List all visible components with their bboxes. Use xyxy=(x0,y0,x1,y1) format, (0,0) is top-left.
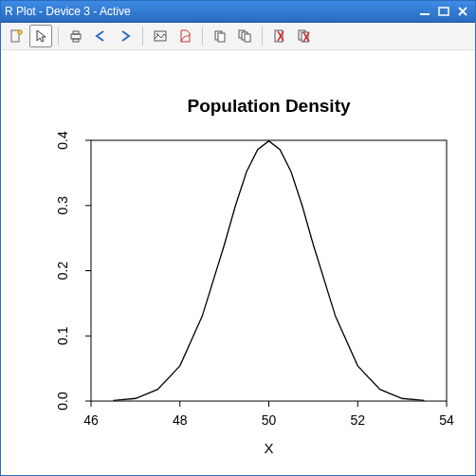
chart-frame xyxy=(91,140,447,401)
export-pdf-icon[interactable] xyxy=(174,25,196,47)
y-tick-label: 0.3 xyxy=(55,196,70,215)
chart-title: Population Density xyxy=(187,96,351,116)
titlebar[interactable]: R Plot - Device 3 - Active xyxy=(1,1,475,23)
svg-rect-15 xyxy=(245,34,250,42)
pointer-icon[interactable] xyxy=(29,25,52,47)
clear-all-icon[interactable] xyxy=(293,25,316,47)
density-curve xyxy=(113,141,424,401)
svg-point-10 xyxy=(156,33,158,35)
toolbar xyxy=(1,23,475,50)
x-tick-label: 52 xyxy=(350,412,365,428)
forward-arrow-icon[interactable] xyxy=(114,25,137,47)
minimize-button[interactable] xyxy=(416,5,433,18)
x-tick-label: 54 xyxy=(439,412,454,428)
plot-canvas: Population Density46485052540.00.10.20.3… xyxy=(1,50,475,475)
close-button[interactable] xyxy=(454,5,471,18)
maximize-button[interactable] xyxy=(435,5,452,18)
x-tick-label: 50 xyxy=(262,412,277,428)
window-title: R Plot - Device 3 - Active xyxy=(5,5,414,18)
export-image-icon[interactable] xyxy=(149,25,172,47)
back-arrow-icon[interactable] xyxy=(89,25,112,47)
plot-svg: Population Density46485052540.00.10.20.3… xyxy=(1,50,475,476)
x-tick-label: 48 xyxy=(173,412,188,428)
toolbar-separator xyxy=(262,27,263,46)
y-tick-label: 0.4 xyxy=(55,131,70,150)
svg-rect-6 xyxy=(71,34,81,39)
svg-point-5 xyxy=(18,30,23,35)
new-plot-icon[interactable] xyxy=(5,25,27,47)
clear-icon[interactable] xyxy=(268,25,291,47)
x-axis-label: X xyxy=(264,440,273,456)
svg-rect-7 xyxy=(73,31,79,34)
y-tick-label: 0.2 xyxy=(55,262,70,281)
toolbar-separator xyxy=(202,27,203,46)
toolbar-separator xyxy=(58,27,59,46)
svg-rect-12 xyxy=(218,33,225,42)
svg-rect-8 xyxy=(73,39,79,42)
y-tick-label: 0.1 xyxy=(55,326,70,345)
r-plot-window: R Plot - Device 3 - Active Population De… xyxy=(0,0,476,476)
copy-icon[interactable] xyxy=(209,25,231,47)
copy-multi-icon[interactable] xyxy=(233,25,256,47)
svg-rect-1 xyxy=(439,8,449,15)
y-tick-label: 0.0 xyxy=(55,392,70,411)
print-icon[interactable] xyxy=(64,25,87,47)
svg-rect-9 xyxy=(155,31,166,41)
toolbar-separator xyxy=(142,27,143,46)
x-tick-label: 46 xyxy=(83,412,99,428)
